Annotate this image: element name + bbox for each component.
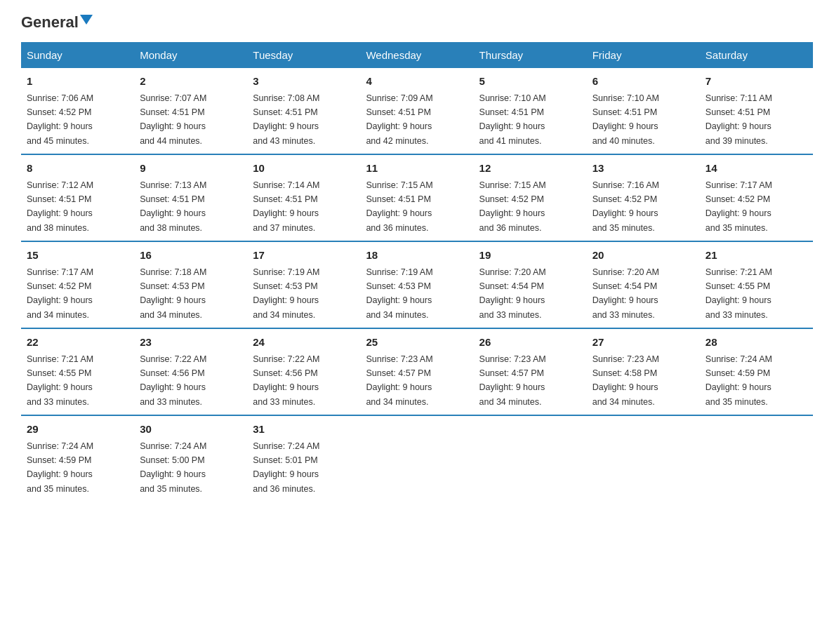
calendar-cell: 18 Sunrise: 7:19 AMSunset: 4:53 PMDaylig… [360, 241, 473, 328]
day-info: Sunrise: 7:20 AMSunset: 4:54 PMDaylight:… [479, 267, 546, 320]
calendar-cell: 24 Sunrise: 7:22 AMSunset: 4:56 PMDaylig… [247, 328, 360, 415]
day-number: 13 [593, 161, 694, 177]
day-info: Sunrise: 7:23 AMSunset: 4:57 PMDaylight:… [366, 354, 432, 407]
day-number: 4 [366, 74, 468, 90]
calendar-cell: 27 Sunrise: 7:23 AMSunset: 4:58 PMDaylig… [587, 328, 700, 415]
day-number: 28 [706, 335, 807, 351]
calendar-cell: 14 Sunrise: 7:17 AMSunset: 4:52 PMDaylig… [700, 154, 813, 241]
day-info: Sunrise: 7:15 AMSunset: 4:52 PMDaylight:… [479, 180, 546, 233]
calendar-cell [474, 415, 587, 502]
day-number: 23 [140, 335, 241, 351]
calendar-cell: 31 Sunrise: 7:24 AMSunset: 5:01 PMDaylig… [247, 415, 360, 502]
day-number: 17 [253, 248, 355, 264]
day-info: Sunrise: 7:21 AMSunset: 4:55 PMDaylight:… [27, 354, 93, 407]
calendar-cell: 19 Sunrise: 7:20 AMSunset: 4:54 PMDaylig… [474, 241, 587, 328]
calendar-cell [360, 415, 473, 502]
calendar-cell [700, 415, 813, 502]
calendar-cell: 29 Sunrise: 7:24 AMSunset: 4:59 PMDaylig… [21, 415, 134, 502]
day-info: Sunrise: 7:21 AMSunset: 4:55 PMDaylight:… [706, 267, 772, 320]
calendar-week-row: 15 Sunrise: 7:17 AMSunset: 4:52 PMDaylig… [21, 241, 813, 328]
day-info: Sunrise: 7:10 AMSunset: 4:51 PMDaylight:… [479, 93, 546, 146]
calendar-cell: 21 Sunrise: 7:21 AMSunset: 4:55 PMDaylig… [700, 241, 813, 328]
day-info: Sunrise: 7:06 AMSunset: 4:52 PMDaylight:… [27, 93, 93, 146]
calendar-cell: 25 Sunrise: 7:23 AMSunset: 4:57 PMDaylig… [360, 328, 473, 415]
day-info: Sunrise: 7:20 AMSunset: 4:54 PMDaylight:… [593, 267, 659, 320]
calendar-cell: 13 Sunrise: 7:16 AMSunset: 4:52 PMDaylig… [587, 154, 700, 241]
day-number: 18 [366, 248, 468, 264]
day-info: Sunrise: 7:18 AMSunset: 4:53 PMDaylight:… [140, 267, 206, 320]
day-number: 26 [479, 335, 581, 351]
day-info: Sunrise: 7:13 AMSunset: 4:51 PMDaylight:… [140, 180, 206, 233]
day-info: Sunrise: 7:24 AMSunset: 4:59 PMDaylight:… [706, 354, 772, 407]
day-number: 24 [253, 335, 355, 351]
day-number: 2 [140, 74, 241, 90]
weekday-header-monday: Monday [134, 42, 247, 68]
day-number: 12 [479, 161, 581, 177]
day-info: Sunrise: 7:07 AMSunset: 4:51 PMDaylight:… [140, 93, 206, 146]
day-info: Sunrise: 7:17 AMSunset: 4:52 PMDaylight:… [706, 180, 772, 233]
calendar-cell: 11 Sunrise: 7:15 AMSunset: 4:51 PMDaylig… [360, 154, 473, 241]
day-number: 6 [593, 74, 694, 90]
day-info: Sunrise: 7:12 AMSunset: 4:51 PMDaylight:… [27, 180, 93, 233]
day-info: Sunrise: 7:22 AMSunset: 4:56 PMDaylight:… [253, 354, 319, 407]
calendar-cell: 16 Sunrise: 7:18 AMSunset: 4:53 PMDaylig… [134, 241, 247, 328]
calendar-week-row: 22 Sunrise: 7:21 AMSunset: 4:55 PMDaylig… [21, 328, 813, 415]
day-number: 19 [479, 248, 581, 264]
day-number: 7 [706, 74, 807, 90]
day-number: 27 [593, 335, 694, 351]
calendar-cell: 8 Sunrise: 7:12 AMSunset: 4:51 PMDayligh… [21, 154, 134, 241]
calendar-cell: 4 Sunrise: 7:09 AMSunset: 4:51 PMDayligh… [360, 68, 473, 154]
calendar-cell: 23 Sunrise: 7:22 AMSunset: 4:56 PMDaylig… [134, 328, 247, 415]
calendar-cell: 5 Sunrise: 7:10 AMSunset: 4:51 PMDayligh… [474, 68, 587, 154]
calendar-cell: 1 Sunrise: 7:06 AMSunset: 4:52 PMDayligh… [21, 68, 134, 154]
day-number: 10 [253, 161, 355, 177]
calendar-cell: 10 Sunrise: 7:14 AMSunset: 4:51 PMDaylig… [247, 154, 360, 241]
weekday-header-friday: Friday [587, 42, 700, 68]
calendar-cell: 9 Sunrise: 7:13 AMSunset: 4:51 PMDayligh… [134, 154, 247, 241]
calendar-cell: 7 Sunrise: 7:11 AMSunset: 4:51 PMDayligh… [700, 68, 813, 154]
calendar-cell: 30 Sunrise: 7:24 AMSunset: 5:00 PMDaylig… [134, 415, 247, 502]
day-number: 16 [140, 248, 241, 264]
calendar-cell: 20 Sunrise: 7:20 AMSunset: 4:54 PMDaylig… [587, 241, 700, 328]
day-info: Sunrise: 7:15 AMSunset: 4:51 PMDaylight:… [366, 180, 432, 233]
day-info: Sunrise: 7:19 AMSunset: 4:53 PMDaylight:… [253, 267, 319, 320]
day-info: Sunrise: 7:10 AMSunset: 4:51 PMDaylight:… [593, 93, 659, 146]
calendar-cell: 15 Sunrise: 7:17 AMSunset: 4:52 PMDaylig… [21, 241, 134, 328]
weekday-header-thursday: Thursday [474, 42, 587, 68]
logo-arrow-icon [80, 15, 93, 27]
weekday-header-wednesday: Wednesday [360, 42, 473, 68]
day-number: 3 [253, 74, 355, 90]
calendar-cell: 22 Sunrise: 7:21 AMSunset: 4:55 PMDaylig… [21, 328, 134, 415]
day-info: Sunrise: 7:14 AMSunset: 4:51 PMDaylight:… [253, 180, 319, 233]
day-info: Sunrise: 7:22 AMSunset: 4:56 PMDaylight:… [140, 354, 206, 407]
day-number: 11 [366, 161, 468, 177]
calendar-cell: 26 Sunrise: 7:23 AMSunset: 4:57 PMDaylig… [474, 328, 587, 415]
calendar-cell: 17 Sunrise: 7:19 AMSunset: 4:53 PMDaylig… [247, 241, 360, 328]
calendar-header-row: SundayMondayTuesdayWednesdayThursdayFrid… [21, 42, 813, 68]
weekday-header-saturday: Saturday [700, 42, 813, 68]
day-info: Sunrise: 7:24 AMSunset: 4:59 PMDaylight:… [27, 441, 93, 494]
page-header: General [21, 14, 813, 31]
day-info: Sunrise: 7:16 AMSunset: 4:52 PMDaylight:… [593, 180, 659, 233]
weekday-header-sunday: Sunday [21, 42, 134, 68]
calendar-cell [587, 415, 700, 502]
day-info: Sunrise: 7:17 AMSunset: 4:52 PMDaylight:… [27, 267, 93, 320]
day-number: 9 [140, 161, 241, 177]
day-number: 25 [366, 335, 468, 351]
day-info: Sunrise: 7:24 AMSunset: 5:00 PMDaylight:… [140, 441, 206, 494]
day-number: 14 [706, 161, 807, 177]
day-number: 1 [27, 74, 128, 90]
day-number: 29 [27, 422, 128, 438]
logo: General [21, 14, 93, 31]
day-number: 21 [706, 248, 807, 264]
day-info: Sunrise: 7:23 AMSunset: 4:58 PMDaylight:… [593, 354, 659, 407]
calendar-cell: 6 Sunrise: 7:10 AMSunset: 4:51 PMDayligh… [587, 68, 700, 154]
calendar-cell: 28 Sunrise: 7:24 AMSunset: 4:59 PMDaylig… [700, 328, 813, 415]
day-info: Sunrise: 7:24 AMSunset: 5:01 PMDaylight:… [253, 441, 319, 494]
day-number: 30 [140, 422, 241, 438]
logo-general: General [21, 14, 79, 31]
calendar-week-row: 8 Sunrise: 7:12 AMSunset: 4:51 PMDayligh… [21, 154, 813, 241]
day-info: Sunrise: 7:08 AMSunset: 4:51 PMDaylight:… [253, 93, 319, 146]
day-info: Sunrise: 7:23 AMSunset: 4:57 PMDaylight:… [479, 354, 546, 407]
calendar-week-row: 29 Sunrise: 7:24 AMSunset: 4:59 PMDaylig… [21, 415, 813, 502]
